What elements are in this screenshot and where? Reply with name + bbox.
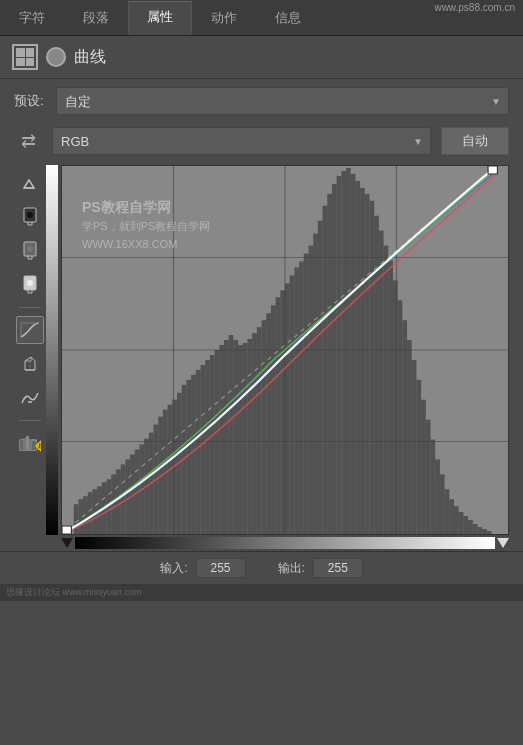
svg-rect-60 xyxy=(243,343,248,534)
svg-rect-112 xyxy=(487,531,492,534)
svg-rect-70 xyxy=(290,275,295,534)
curves-canvas[interactable]: PS教程自学网 学PS，就到PS教程自学网 WWW.16XX8.COM xyxy=(61,165,509,535)
eyedropper-gray-icon[interactable] xyxy=(16,237,44,265)
output-field[interactable] xyxy=(313,558,363,578)
curve-tool-icon[interactable] xyxy=(16,316,44,344)
tab-duanluo[interactable]: 段落 xyxy=(64,2,128,35)
svg-rect-100 xyxy=(431,440,436,534)
svg-rect-87 xyxy=(370,201,375,534)
smooth-tool-icon[interactable] xyxy=(16,384,44,412)
shadow-triangle-icon xyxy=(61,538,73,548)
svg-rect-67 xyxy=(276,297,281,534)
input-field[interactable] xyxy=(196,558,246,578)
svg-rect-33 xyxy=(116,469,121,534)
svg-rect-86 xyxy=(365,194,370,534)
preset-select-wrapper: 自定 默认 增加对比度 减少对比度 ▼ xyxy=(56,87,509,115)
tab-zuojiao[interactable]: 动作 xyxy=(192,2,256,35)
bottom-watermark-left: 思缘设计论坛 www.missyuan.com xyxy=(6,586,142,599)
auto-button[interactable]: 自动 xyxy=(441,127,509,155)
svg-rect-55 xyxy=(219,345,224,534)
svg-rect-80 xyxy=(337,176,342,534)
io-row: 输入: 输出: xyxy=(0,551,523,584)
rgb-row: ⇄ RGB 红 绿 蓝 ▼ 自动 xyxy=(0,123,523,163)
svg-rect-82 xyxy=(346,168,351,534)
preset-row: 预设: 自定 默认 增加对比度 减少对比度 ▼ xyxy=(0,79,523,123)
svg-rect-75 xyxy=(313,234,318,534)
svg-rect-71 xyxy=(294,267,299,534)
svg-rect-27 xyxy=(88,492,93,534)
eyedropper-black-icon[interactable] xyxy=(16,203,44,231)
svg-rect-76 xyxy=(318,221,323,534)
svg-rect-52 xyxy=(205,360,210,534)
svg-rect-64 xyxy=(262,320,267,534)
svg-rect-115 xyxy=(488,166,497,174)
svg-rect-57 xyxy=(229,335,234,534)
svg-rect-96 xyxy=(412,360,417,534)
svg-rect-84 xyxy=(355,181,360,534)
circle-icon[interactable] xyxy=(46,47,66,67)
svg-rect-79 xyxy=(332,184,337,534)
svg-point-16 xyxy=(38,448,40,450)
svg-rect-51 xyxy=(200,365,205,534)
svg-rect-83 xyxy=(351,174,356,534)
tool-divider-1 xyxy=(19,307,41,308)
svg-rect-81 xyxy=(341,171,346,534)
pencil-tool-icon[interactable] xyxy=(16,350,44,378)
svg-rect-110 xyxy=(477,527,482,534)
svg-rect-59 xyxy=(238,345,243,534)
channel-select[interactable]: RGB 红 绿 蓝 xyxy=(52,127,431,155)
svg-rect-24 xyxy=(74,504,79,534)
panel-title: 曲线 xyxy=(74,47,106,68)
svg-rect-54 xyxy=(215,350,220,534)
svg-rect-88 xyxy=(374,216,379,534)
svg-rect-72 xyxy=(299,261,304,534)
svg-point-2 xyxy=(27,212,33,218)
svg-rect-97 xyxy=(416,380,421,534)
svg-rect-66 xyxy=(271,305,276,534)
left-tools xyxy=(14,165,46,549)
watermark-top: www.ps88.com.cn xyxy=(434,2,515,13)
svg-rect-90 xyxy=(384,246,389,534)
svg-rect-114 xyxy=(62,526,71,534)
preset-select[interactable]: 自定 默认 增加对比度 减少对比度 xyxy=(56,87,509,115)
svg-rect-77 xyxy=(323,206,328,534)
svg-rect-11 xyxy=(23,438,26,450)
svg-rect-65 xyxy=(266,313,271,534)
svg-rect-107 xyxy=(463,516,468,534)
histogram-warning-icon[interactable] xyxy=(16,429,44,457)
svg-rect-74 xyxy=(308,246,313,534)
svg-rect-92 xyxy=(393,280,398,534)
svg-rect-14 xyxy=(32,441,36,450)
reset-icon[interactable]: ⇄ xyxy=(14,127,42,155)
input-label: 输入: xyxy=(160,560,187,577)
svg-rect-91 xyxy=(388,260,393,534)
svg-rect-13 xyxy=(29,439,32,450)
eyedropper-point-icon[interactable] xyxy=(16,169,44,197)
tool-divider-2 xyxy=(19,420,41,421)
tab-xinxi[interactable]: 信息 xyxy=(256,2,320,35)
svg-rect-62 xyxy=(252,333,257,534)
tab-shuxing[interactable]: 属性 xyxy=(128,1,192,35)
curves-main-area: PS教程自学网 学PS，就到PS教程自学网 WWW.16XX8.COM xyxy=(0,163,523,551)
svg-rect-53 xyxy=(210,355,215,534)
svg-rect-78 xyxy=(327,194,332,534)
svg-rect-61 xyxy=(247,339,252,534)
preset-label: 预设: xyxy=(14,92,46,110)
svg-rect-69 xyxy=(285,283,290,534)
svg-rect-105 xyxy=(454,506,459,534)
horizontal-gradient-row xyxy=(61,537,509,549)
grid-icon[interactable] xyxy=(12,44,38,70)
svg-rect-35 xyxy=(125,459,130,534)
eyedropper-white-icon[interactable] xyxy=(16,271,44,299)
svg-rect-101 xyxy=(435,459,440,534)
tab-zifu[interactable]: 字符 xyxy=(0,2,64,35)
svg-rect-111 xyxy=(482,529,487,534)
svg-rect-99 xyxy=(426,420,431,534)
toolbar-row: 曲线 xyxy=(0,36,523,79)
channel-select-wrapper: RGB 红 绿 蓝 ▼ xyxy=(52,127,431,155)
svg-rect-85 xyxy=(360,188,365,534)
horizontal-gradient-bar xyxy=(75,537,495,549)
histogram-svg xyxy=(62,166,508,534)
svg-point-4 xyxy=(27,246,33,252)
svg-rect-10 xyxy=(20,440,23,450)
